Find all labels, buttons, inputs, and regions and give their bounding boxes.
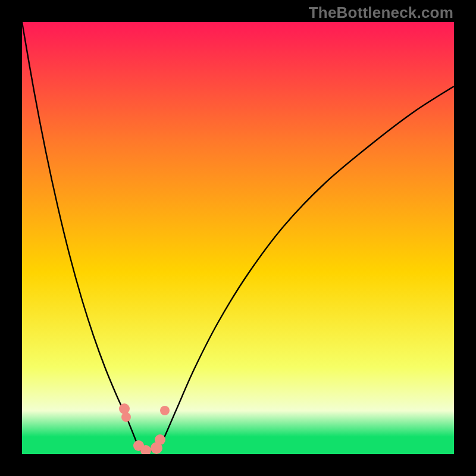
gradient-background (22, 22, 454, 454)
data-dot (119, 403, 130, 414)
data-dot (155, 434, 165, 445)
data-dot (160, 406, 170, 415)
data-dot (121, 412, 131, 422)
bottleneck-chart (22, 22, 454, 454)
plot-area (22, 22, 454, 454)
watermark-text: TheBottleneck.com (309, 4, 453, 22)
chart-frame: TheBottleneck.com (0, 0, 476, 476)
